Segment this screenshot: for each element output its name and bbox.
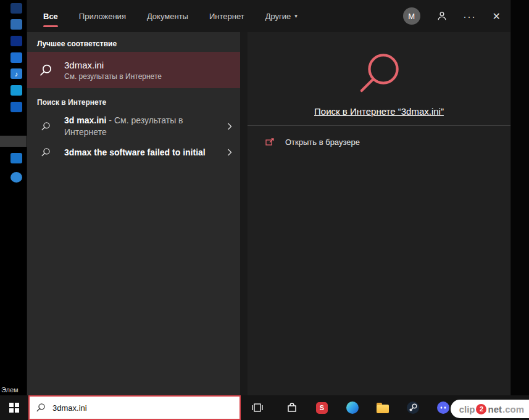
suggestion-text: 3dmax the software failed to initial	[64, 147, 219, 159]
desktop-icon[interactable]	[10, 3, 22, 14]
messenger-icon	[316, 402, 328, 414]
desktop-icon[interactable]	[10, 153, 22, 163]
best-match-result[interactable]: 3dmax.ini См. результаты в Интернете	[27, 52, 240, 88]
tab-more-label: Другие	[265, 12, 291, 21]
open-external-icon	[265, 137, 275, 147]
desktop-icon[interactable]	[10, 19, 22, 30]
search-flyout: Все Приложения Документы Интернет Другие…	[27, 0, 510, 395]
taskbar-icon-steam[interactable]	[398, 395, 428, 420]
best-match-text: 3dmax.ini См. результаты в Интернете	[64, 60, 162, 81]
web-search-link[interactable]: Поиск в Интернете “3dmax.ini”	[314, 106, 444, 117]
search-icon	[27, 64, 64, 77]
desktop-icon[interactable]	[10, 85, 22, 96]
topbar-right-controls: M ··· ✕	[403, 0, 501, 32]
desktop-background	[0, 0, 27, 395]
task-view-button[interactable]	[243, 395, 272, 420]
search-icon	[27, 121, 64, 131]
close-button[interactable]: ✕	[493, 10, 501, 22]
best-match-subtitle: См. результаты в Интернете	[64, 72, 162, 81]
desktop-icon[interactable]	[10, 52, 22, 63]
start-button[interactable]	[0, 395, 28, 420]
search-icon	[36, 403, 46, 413]
preview-header: Поиск в Интернете “3dmax.ini”	[248, 32, 510, 117]
desktop-icon[interactable]	[10, 172, 22, 183]
edge-browser-icon	[346, 401, 359, 414]
desktop-icon[interactable]	[10, 36, 22, 46]
search-topbar: Все Приложения Документы Интернет Другие…	[27, 0, 510, 32]
chevron-right-icon	[219, 123, 240, 130]
open-in-browser-command[interactable]: Открыть в браузере	[248, 126, 510, 147]
tab-all[interactable]: Все	[43, 0, 58, 32]
chevron-down-icon: ▾	[294, 13, 298, 19]
web-search-header: Поиск в Интернете	[27, 88, 240, 110]
suggestion-text: 3d max.ini - См. результаты в Интернете	[64, 115, 219, 138]
taskbar-icon-messenger[interactable]	[307, 395, 337, 420]
clip2net-watermark: clip 2 net .com	[451, 400, 529, 418]
search-icon	[27, 147, 64, 157]
search-content: Лучшее соответствие 3dmax.ini См. резуль…	[27, 32, 510, 395]
more-options-button[interactable]: ···	[464, 11, 477, 22]
desktop-items-label: Элем	[1, 386, 19, 393]
people-button[interactable]	[436, 10, 448, 22]
folder-icon	[377, 405, 389, 413]
windows-logo-icon	[9, 403, 19, 413]
search-icon-large	[356, 51, 402, 96]
watermark-text: net	[488, 404, 502, 414]
taskbar-search-box[interactable]	[28, 395, 241, 420]
best-match-header: Лучшее соответствие	[27, 32, 240, 52]
chevron-right-icon	[219, 149, 240, 156]
task-view-icon	[251, 403, 264, 413]
watermark-text: clip	[459, 404, 475, 414]
steam-icon	[407, 401, 419, 414]
desktop-selection-band	[0, 136, 27, 147]
person-icon	[436, 10, 448, 22]
tab-web[interactable]: Интернет	[209, 0, 244, 32]
discord-icon	[437, 401, 449, 414]
tab-apps[interactable]: Приложения	[79, 0, 126, 32]
search-filter-tabs: Все Приложения Документы Интернет Другие…	[43, 0, 298, 32]
taskbar	[0, 395, 529, 420]
taskbar-icon-file-explorer[interactable]	[367, 395, 398, 420]
suggestion-query: 3dmax the software failed to initial	[64, 147, 206, 157]
suggestion-query: 3d max.ini	[64, 115, 106, 125]
tab-documents[interactable]: Документы	[147, 0, 188, 32]
taskbar-icon-store[interactable]	[277, 395, 307, 420]
web-suggestion-row[interactable]: 3d max.ini - См. результаты в Интернете	[27, 110, 240, 142]
desktop-icon[interactable]	[10, 102, 22, 112]
web-suggestion-row[interactable]: 3dmax the software failed to initial	[27, 142, 240, 163]
watermark-text: .com	[502, 404, 524, 414]
user-avatar[interactable]: M	[403, 7, 420, 25]
results-list: Лучшее соответствие 3dmax.ini См. резуль…	[27, 32, 240, 395]
best-match-title: 3dmax.ini	[64, 60, 162, 70]
tab-more[interactable]: Другие ▾	[265, 0, 298, 32]
preview-panel: Поиск в Интернете “3dmax.ini” Открыть в …	[248, 32, 510, 395]
desktop-icon-music[interactable]	[10, 68, 22, 79]
store-icon	[286, 402, 298, 413]
taskbar-icon-edge[interactable]	[337, 395, 367, 420]
watermark-badge: 2	[476, 404, 486, 414]
open-in-browser-label: Открыть в браузере	[285, 138, 360, 147]
panel-divider	[240, 32, 248, 395]
taskbar-search-input[interactable]	[51, 403, 233, 413]
